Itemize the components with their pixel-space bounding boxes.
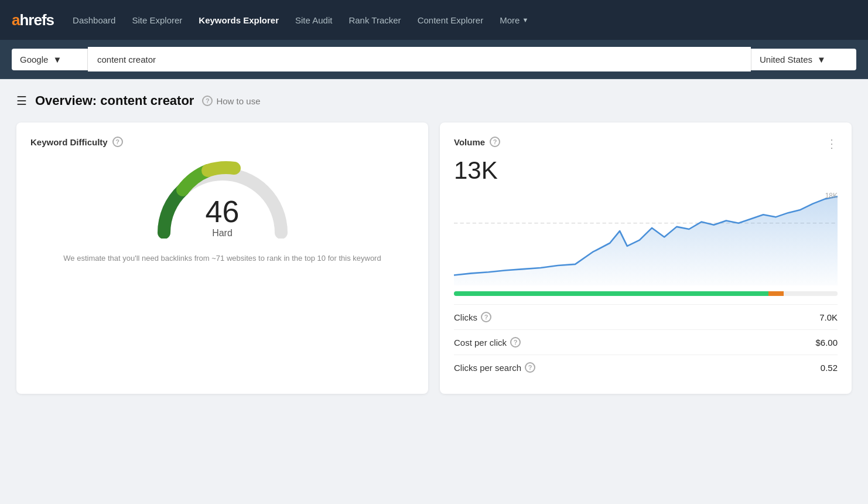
kd-gauge-container: 46 Hard bbox=[30, 156, 414, 239]
clicks-label: Clicks bbox=[454, 312, 477, 322]
page-content: ☰ Overview: content creator ? How to use… bbox=[0, 79, 868, 408]
logo[interactable]: ahrefs bbox=[12, 11, 54, 29]
clicks-help-icon[interactable]: ? bbox=[481, 312, 491, 322]
metric-cps: Clicks per search ? 0.52 bbox=[454, 355, 838, 380]
nav-site-explorer[interactable]: Site Explorer bbox=[125, 11, 189, 30]
search-bar: Google ▼ United States ▼ bbox=[0, 40, 868, 79]
country-label: United States bbox=[760, 55, 812, 64]
logo-rest: hrefs bbox=[19, 11, 54, 29]
nav-dashboard[interactable]: Dashboard bbox=[66, 11, 122, 30]
volume-value: 13K bbox=[454, 156, 500, 185]
nav-content-explorer[interactable]: Content Explorer bbox=[411, 11, 491, 30]
search-input[interactable] bbox=[88, 47, 751, 71]
volume-card-title: Volume ? bbox=[454, 137, 500, 147]
progress-green bbox=[454, 291, 768, 296]
country-select[interactable]: United States ▼ bbox=[751, 49, 856, 70]
nav-rank-tracker[interactable]: Rank Tracker bbox=[341, 11, 408, 30]
kd-card-title: Keyword Difficulty ? bbox=[30, 137, 414, 147]
page-title: Overview: content creator bbox=[35, 93, 194, 108]
metric-cpc: Cost per click ? $6.00 bbox=[454, 329, 838, 355]
cpc-value: $6.00 bbox=[815, 338, 838, 348]
kd-value: 46 bbox=[206, 196, 240, 227]
chart-max-label: 18K bbox=[825, 192, 838, 200]
engine-chevron-icon: ▼ bbox=[53, 55, 61, 64]
hamburger-icon[interactable]: ☰ bbox=[16, 94, 27, 108]
how-to-use-link[interactable]: ? How to use bbox=[202, 96, 260, 106]
volume-chart-svg bbox=[454, 192, 838, 285]
cps-help-icon[interactable]: ? bbox=[525, 362, 535, 373]
cpc-label: Cost per click bbox=[454, 338, 507, 348]
kd-gauge: 46 Hard bbox=[152, 156, 293, 239]
metric-clicks: Clicks ? 7.0K bbox=[454, 304, 838, 329]
cards-row: Keyword Difficulty ? 4 bbox=[16, 122, 852, 394]
chevron-down-icon: ▼ bbox=[522, 16, 528, 23]
nav-more[interactable]: More ▼ bbox=[493, 11, 535, 30]
engine-select[interactable]: Google ▼ bbox=[12, 49, 88, 70]
clicks-value: 7.0K bbox=[819, 312, 838, 322]
svg-marker-1 bbox=[454, 196, 838, 285]
nav-site-audit[interactable]: Site Audit bbox=[288, 11, 339, 30]
nav-more-label: More bbox=[500, 15, 520, 25]
page-header: ☰ Overview: content creator ? How to use bbox=[16, 93, 852, 108]
cps-value: 0.52 bbox=[821, 363, 838, 373]
nav-keywords-explorer[interactable]: Keywords Explorer bbox=[192, 11, 286, 30]
progress-orange bbox=[768, 291, 784, 296]
cps-label: Clicks per search bbox=[454, 363, 521, 373]
kd-card: Keyword Difficulty ? 4 bbox=[16, 122, 428, 394]
navbar: ahrefs Dashboard Site Explorer Keywords … bbox=[0, 0, 868, 40]
volume-title-area: Volume ? 13K bbox=[454, 137, 500, 187]
volume-card: Volume ? 13K ⋮ 18K bbox=[440, 122, 852, 394]
how-to-use-label: How to use bbox=[216, 96, 260, 106]
volume-chart: 18K bbox=[454, 192, 838, 285]
kd-help-icon[interactable]: ? bbox=[112, 137, 123, 147]
clicks-progress-bar bbox=[454, 291, 838, 296]
kd-description: We estimate that you'll need backlinks f… bbox=[30, 253, 414, 265]
volume-help-icon[interactable]: ? bbox=[490, 137, 500, 147]
engine-label: Google bbox=[20, 55, 48, 64]
cpc-help-icon[interactable]: ? bbox=[510, 337, 521, 348]
progress-gray bbox=[784, 291, 838, 296]
country-chevron-icon: ▼ bbox=[817, 55, 826, 64]
kd-label: Hard bbox=[212, 228, 233, 239]
volume-menu-icon[interactable]: ⋮ bbox=[826, 137, 838, 151]
logo-a: a bbox=[12, 11, 19, 29]
question-icon: ? bbox=[202, 96, 213, 106]
volume-header: Volume ? 13K ⋮ bbox=[454, 137, 838, 187]
